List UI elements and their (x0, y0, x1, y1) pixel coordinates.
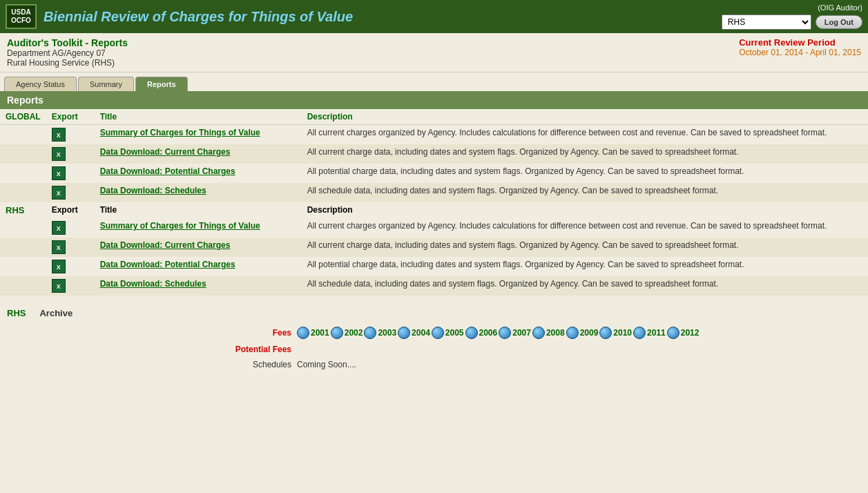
rhs-report-link-current[interactable]: Data Download: Current Charges (100, 240, 231, 250)
report-link-summary-global[interactable]: Summary of Charges for Things of Value (100, 128, 260, 137)
title-cell-1: Summary of Charges for Things of Value (95, 125, 302, 145)
year-link-2007[interactable]: 2007 (499, 327, 531, 339)
archive-section: RHS Archive Fees 20012002200320042005200… (0, 296, 868, 379)
excel-export-icon-1[interactable]: X (52, 128, 66, 142)
global-row-1: X Summary of Charges for Things of Value… (0, 125, 868, 145)
global-row-3: X Data Download: Potential Charges All p… (0, 164, 868, 183)
desc-cell-1: All current charges organized by Agency.… (302, 125, 868, 145)
excel-export-icon-3[interactable]: X (52, 166, 66, 180)
info-left: Auditor's Toolkit - Reports Department A… (7, 37, 128, 68)
review-period: October 01, 2014 - April 01, 2015 (739, 48, 861, 57)
archive-potential-fees-row: Potential Fees (7, 342, 861, 357)
fees-year-links: 2001200220032004200520062007200820092010… (297, 327, 699, 339)
year-link-2009[interactable]: 2009 (566, 327, 599, 339)
archive-label: Archive (39, 308, 73, 318)
app-title: Biennial Review of Charges for Things of… (44, 9, 353, 25)
oig-label: (OIG Auditor) (818, 3, 862, 12)
globe-icon-2001 (297, 327, 309, 339)
archive-header-row: RHS Archive (7, 302, 861, 324)
globe-icon-2009 (566, 327, 579, 339)
header-controls: RHS Log Out (722, 14, 862, 30)
info-right: Current Review Period October 01, 2014 -… (739, 37, 861, 68)
globe-icon-2002 (331, 327, 343, 339)
rhs-export-cell-2: X (46, 238, 95, 257)
export-cell-2: X (46, 144, 95, 164)
archive-fees-row: Fees 20012002200320042005200620072008200… (7, 324, 861, 342)
rhs-report-link-summary[interactable]: Summary of Charges for Things of Value (100, 221, 260, 231)
logout-button[interactable]: Log Out (816, 15, 862, 29)
rhs-row-4: X Data Download: Schedules All schedule … (0, 276, 868, 296)
dept-label: Department AG/Agency 07 (7, 48, 128, 58)
year-link-2002[interactable]: 2002 (331, 327, 363, 339)
export-cell-4: X (46, 183, 95, 202)
archive-rhs-label: RHS (7, 308, 26, 318)
rhs-desc-3: All potential charge data, including dat… (302, 257, 868, 276)
rhs-excel-icon-3[interactable]: X (52, 260, 66, 273)
rhs-section-label: RHS (6, 205, 24, 215)
year-link-2012[interactable]: 2012 (667, 327, 700, 339)
rhs-report-link-schedules[interactable]: Data Download: Schedules (100, 279, 206, 289)
rhs-excel-icon-1[interactable]: X (52, 221, 66, 235)
global-label-cell (0, 125, 46, 145)
col-description: Description (302, 109, 868, 125)
header-right: (OIG Auditor) RHS Log Out (722, 3, 862, 30)
year-link-2003[interactable]: 2003 (364, 327, 396, 339)
global-row-2: X Data Download: Current Charges All cur… (0, 144, 868, 164)
rhs-excel-icon-4[interactable]: X (52, 279, 66, 293)
toolkit-title: Auditor's Toolkit - Reports (7, 37, 128, 48)
main-header: USDA OCFO Biennial Review of Charges for… (0, 0, 868, 33)
coming-soon-label: Coming Soon.... (297, 360, 356, 369)
review-label: Current Review Period (739, 37, 861, 48)
desc-cell-3: All potential charge data, including dat… (302, 164, 868, 183)
globe-icon-2011 (633, 327, 646, 339)
report-link-current-global[interactable]: Data Download: Current Charges (100, 147, 231, 157)
tab-agency-status[interactable]: Agency Status (4, 77, 77, 91)
rhs-title-col: Title (100, 205, 117, 215)
tab-reports[interactable]: Reports (135, 77, 188, 91)
global-row-4: X Data Download: Schedules All schedule … (0, 183, 868, 202)
year-link-2006[interactable]: 2006 (465, 327, 498, 339)
year-link-2010[interactable]: 2010 (599, 327, 632, 339)
rhs-desc-2: All current charge data, including dates… (302, 238, 868, 257)
rhs-export-cell-3: X (46, 257, 95, 276)
year-link-2004[interactable]: 2004 (398, 327, 430, 339)
usda-logo: USDA OCFO (6, 4, 37, 29)
rhs-header-row: RHS Export Title Description (0, 202, 868, 218)
year-link-2008[interactable]: 2008 (532, 327, 565, 339)
col-title: Title (95, 109, 302, 125)
globe-icon-2008 (532, 327, 545, 339)
year-link-2001[interactable]: 2001 (297, 327, 329, 339)
export-cell-3: X (46, 164, 95, 183)
year-link-2011[interactable]: 2011 (633, 327, 666, 339)
year-link-2005[interactable]: 2005 (432, 327, 464, 339)
globe-icon-2007 (499, 327, 511, 339)
rhs-desc-col: Description (307, 205, 353, 215)
tab-bar: Agency Status Summary Reports (0, 72, 868, 91)
tab-summary[interactable]: Summary (78, 77, 134, 91)
desc-cell-2: All current charge data, including dates… (302, 144, 868, 164)
schedules-label: Schedules (7, 360, 297, 369)
rhs-report-link-potential[interactable]: Data Download: Potential Charges (100, 260, 235, 269)
col-export: Export (46, 109, 95, 125)
rhs-excel-icon-2[interactable]: X (52, 240, 66, 254)
desc-cell-4: All schedule data, including dates and s… (302, 183, 868, 202)
report-link-schedules-global[interactable]: Data Download: Schedules (100, 186, 206, 195)
globe-icon-2012 (667, 327, 679, 339)
reports-table: GLOBAL Export Title Description X Summar… (0, 109, 868, 296)
rhs-export-col: Export (52, 205, 78, 215)
agency-select[interactable]: RHS (722, 14, 811, 30)
rhs-row-1: X Summary of Charges for Things of Value… (0, 218, 868, 238)
globe-icon-2003 (364, 327, 376, 339)
header-left: USDA OCFO Biennial Review of Charges for… (6, 4, 353, 29)
info-bar: Auditor's Toolkit - Reports Department A… (0, 33, 868, 72)
report-link-potential-global[interactable]: Data Download: Potential Charges (100, 166, 235, 176)
globe-icon-2010 (599, 327, 612, 339)
globe-icon-2006 (465, 327, 478, 339)
excel-export-icon-4[interactable]: X (52, 186, 66, 200)
globe-icon-2005 (432, 327, 444, 339)
col-global: GLOBAL (0, 109, 46, 125)
rhs-export-cell-1: X (46, 218, 95, 238)
excel-export-icon-2[interactable]: X (52, 147, 66, 161)
archive-schedules-row: Schedules Coming Soon.... (7, 357, 861, 372)
rhs-desc-1: All current charges organized by Agency.… (302, 218, 868, 238)
